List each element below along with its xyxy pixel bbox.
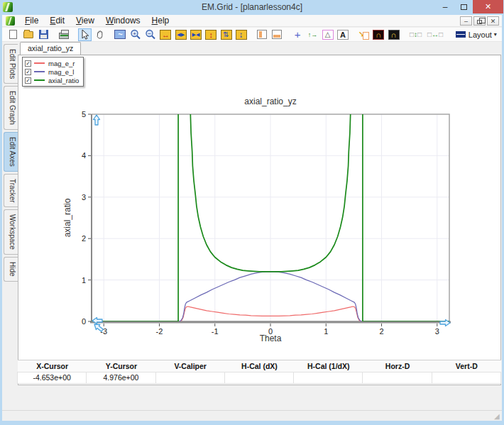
sidebar-tabs: Edit PlotsEdit GraphEdit AxesTrackerWork…: [3, 43, 18, 384]
shrink-y-glyph: ⇅: [221, 30, 232, 40]
menu-view[interactable]: View: [70, 15, 100, 27]
resize-grip[interactable]: ◢: [494, 413, 501, 420]
fit-x-icon[interactable]: ▶◀: [189, 28, 202, 41]
select-pointer-icon[interactable]: [78, 28, 92, 41]
y-tick-label: 5: [82, 110, 86, 118]
space-horizontal-icon[interactable]: □↔□: [425, 28, 445, 41]
title-bar: EM.Grid - [planarlesson4c] – ✕: [0, 0, 504, 15]
cursor-marker[interactable]: [94, 115, 100, 125]
menu-items: FileEditViewWindowsHelp: [19, 15, 175, 27]
new-file-icon[interactable]: [6, 28, 20, 41]
menu-windows[interactable]: Windows: [100, 15, 146, 27]
toolbar-separator: [52, 28, 57, 41]
annotation-glyph: ↘: [358, 30, 369, 40]
shrink-y-icon[interactable]: ⇅: [219, 28, 233, 41]
mdi-window-buttons: – ✕: [460, 16, 499, 26]
legend-box: ✓mag_e_r✓mag_e_l✓axial_ratio: [22, 57, 84, 87]
app-body: FileEditViewWindowsHelp – ✕ ~+−↔◀▶▶◀↕⇅↨+…: [2, 15, 502, 421]
shrink-x-icon[interactable]: ◀▶: [174, 28, 187, 41]
delta-marker-icon[interactable]: △: [321, 28, 334, 41]
zoom-out-glyph: −: [145, 29, 156, 40]
sidebar-tab-workspace[interactable]: Workspace: [4, 209, 18, 255]
cursor-readout-headers: X-CursorY-CursorV-CaliperH-Cal (dX)H-Cal…: [18, 360, 501, 372]
horizontal-strip-icon[interactable]: [270, 28, 284, 41]
cursor-marker[interactable]: [440, 320, 450, 326]
menu-file[interactable]: File: [19, 15, 44, 27]
plot-style-dark-icon[interactable]: ∩: [372, 28, 385, 41]
axes-tool-icon[interactable]: ↑→: [306, 28, 319, 41]
layout-menu[interactable]: Layout▾: [452, 28, 500, 41]
legend-item-mag_e_l: ✓mag_e_l: [25, 67, 79, 76]
y-tick-label: 3: [82, 193, 86, 202]
chart-title: axial_ratio_yz: [92, 96, 449, 106]
document-icon: [6, 16, 15, 26]
crosshair-icon[interactable]: +: [290, 28, 304, 41]
readout-header: Y-Cursor: [87, 362, 155, 370]
legend-label: mag_e_l: [48, 68, 74, 76]
menu-bar: FileEditViewWindowsHelp – ✕: [2, 15, 502, 27]
open-file-icon[interactable]: [21, 28, 35, 41]
expand-x-icon[interactable]: ↔: [159, 28, 172, 41]
text-tool-icon[interactable]: A: [336, 28, 349, 41]
toolbar-separator: [447, 28, 452, 41]
zoom-in-icon[interactable]: +: [128, 28, 142, 41]
legend-checkbox-mag_e_r[interactable]: ✓: [25, 60, 31, 67]
y-axis-label: axial_ratio: [62, 199, 72, 238]
layout-label: Layout: [469, 31, 492, 39]
sidebar-tab-tracker[interactable]: Tracker: [4, 174, 18, 208]
mdi-minimize-button[interactable]: –: [460, 16, 472, 26]
vertical-strip-icon[interactable]: [255, 28, 268, 41]
axes-tool-glyph: ↑→: [307, 30, 318, 40]
y-tick-label: 4: [82, 151, 86, 160]
menu-edit[interactable]: Edit: [44, 15, 70, 27]
sidebar-tab-edit-graph[interactable]: Edit Graph: [4, 86, 18, 130]
fit-y-icon[interactable]: ↨: [234, 28, 248, 41]
mdi-restore-button[interactable]: [473, 16, 486, 26]
legend-item-mag_e_r: ✓mag_e_r: [25, 59, 79, 67]
pan-hand-icon[interactable]: [93, 28, 106, 41]
maximize-icon: [461, 4, 467, 10]
readout-header: H-Cal (1/dX): [294, 362, 363, 370]
print-glyph: [59, 33, 69, 39]
cursor-readout-values: -4.653e+004.976e+00: [18, 372, 501, 384]
print-icon[interactable]: [57, 28, 71, 41]
legend-item-axial_ratio: ✓axial_ratio: [25, 76, 79, 84]
zoom-out-icon[interactable]: −: [143, 28, 157, 41]
legend-line-sample: [34, 79, 45, 81]
mdi-close-button[interactable]: ✕: [487, 16, 499, 26]
expand-y-icon[interactable]: ↕: [204, 28, 218, 41]
toolbar-separator: [285, 28, 291, 41]
legend-line-sample: [34, 71, 45, 72]
minimize-button[interactable]: –: [436, 0, 454, 13]
readout-header: Horz-D: [363, 362, 432, 370]
close-button[interactable]: ✕: [473, 0, 503, 13]
plot-style-black-glyph: ∩: [388, 30, 400, 40]
plot-style-black-icon[interactable]: ∩: [387, 28, 400, 41]
readout-value: 4.976e+00: [86, 372, 155, 384]
space-vertical-icon[interactable]: □↕□: [407, 28, 424, 41]
zoom-region-icon[interactable]: ~: [114, 28, 127, 41]
sidebar-tab-edit-plots[interactable]: Edit Plots: [4, 44, 18, 84]
sidebar-tab-edit-axes[interactable]: Edit Axes: [4, 132, 18, 172]
fit-y-glyph: ↨: [236, 30, 247, 40]
readout-header: V-Caliper: [156, 362, 225, 370]
annotation-icon[interactable]: ↘: [356, 28, 370, 41]
legend-checkbox-mag_e_l[interactable]: ✓: [25, 69, 31, 75]
legend-label: axial_ratio: [48, 77, 79, 84]
expand-y-glyph: ↕: [205, 30, 217, 40]
new-file-glyph: [9, 30, 17, 39]
space-horizontal-glyph: □↔□: [427, 30, 443, 40]
vertical-strip-glyph: [257, 30, 267, 39]
readout-value: -4.653e+00: [17, 372, 87, 384]
sidebar-tab-hide[interactable]: Hide: [4, 257, 18, 282]
tab-axial-ratio-yz[interactable]: axial_ratio_yz: [20, 42, 81, 55]
menu-help[interactable]: Help: [146, 15, 175, 27]
cursor-readout: X-CursorY-CursorV-CaliperH-Cal (dX)H-Cal…: [18, 360, 501, 384]
legend-label: mag_e_r: [48, 60, 75, 67]
toolbar-separator: [72, 28, 78, 41]
maximize-button[interactable]: [454, 0, 473, 13]
select-pointer-glyph: [79, 29, 90, 40]
save-file-icon[interactable]: [37, 28, 50, 41]
legend-checkbox-axial_ratio[interactable]: ✓: [25, 77, 31, 84]
readout-value: [293, 372, 363, 384]
